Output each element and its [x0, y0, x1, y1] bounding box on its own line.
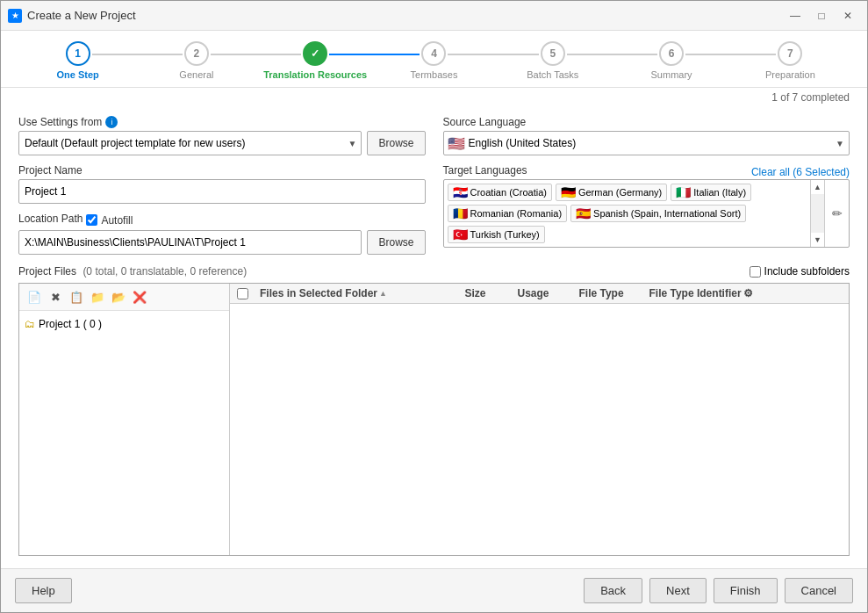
target-languages-grid: 🇭🇷Croatian (Croatia)🇩🇪German (Germany)🇮🇹… [444, 180, 811, 247]
file-tree-item[interactable]: 🗂 Project 1 ( 0 ) [25, 316, 224, 332]
lang-flag-0: 🇭🇷 [453, 185, 468, 199]
settings-select[interactable]: Default (Default project template for ne… [18, 131, 362, 155]
wizard-step-3[interactable]: ✓Translation Resources [256, 41, 375, 80]
lang-flag-2: 🇮🇹 [676, 185, 691, 199]
wizard-step-1[interactable]: 1One Step [18, 41, 137, 80]
target-languages-container: 🇭🇷Croatian (Croatia)🇩🇪German (Germany)🇮🇹… [443, 179, 850, 248]
col-usage-header: Usage [513, 287, 574, 299]
clear-all-link[interactable]: Clear all (6 Selected) [751, 166, 850, 178]
file-tree-content: 🗂 Project 1 ( 0 ) [19, 311, 229, 555]
file-tree-panel: 📄 ✖ 📋 📁 📂 ❌ 🗂 Project 1 ( 0 ) [19, 284, 230, 555]
include-subfolders-checkbox[interactable] [750, 266, 761, 278]
step-circle-5: 5 [541, 41, 565, 66]
remove-file-button[interactable]: ✖ [46, 287, 65, 306]
scroll-track [811, 194, 824, 233]
lang-tag-5[interactable]: 🇹🇷Turkish (Turkey) [448, 226, 545, 243]
step-label-1: One Step [56, 69, 98, 80]
wizard-step-7[interactable]: 7Preparation [731, 41, 850, 80]
edit-languages-button[interactable]: ✏ [824, 180, 849, 247]
source-language-label: Source Language [443, 116, 850, 128]
maximize-button[interactable]: □ [809, 6, 834, 25]
location-row: Location Path Autofill [18, 213, 426, 227]
location-input-row: Browse [18, 230, 426, 255]
lang-name-2: Italian (Italy) [693, 187, 746, 198]
back-button[interactable]: Back [584, 578, 642, 603]
bottom-bar: Help Back Next Finish Cancel [1, 568, 867, 612]
settings-browse-button[interactable]: Browse [367, 131, 425, 155]
step-label-3: Translation Resources [263, 69, 367, 80]
col-identifier-header: File Type Identifier ⚙ [644, 287, 850, 299]
copy-file-button[interactable]: 📋 [67, 287, 86, 306]
left-column: Use Settings from i Default (Default pro… [18, 116, 426, 255]
title-bar: ★ Create a New Project — □ ✕ [1, 1, 867, 31]
scroll-up-button[interactable]: ▲ [811, 180, 824, 194]
add-folder-button[interactable]: 📂 [109, 287, 128, 306]
step-circle-1: 1 [66, 41, 90, 66]
files-area: 📄 ✖ 📋 📁 📂 ❌ 🗂 Project 1 ( 0 ) [18, 283, 850, 556]
settings-icon[interactable]: ⚙ [743, 287, 753, 299]
source-language-select[interactable]: English (United States) [443, 131, 850, 155]
main-content: Use Settings from i Default (Default pro… [1, 104, 867, 568]
location-browse-button[interactable]: Browse [367, 230, 425, 255]
right-column: Source Language 🇺🇸 English (United State… [443, 116, 850, 255]
window-title: Create a New Project [27, 9, 783, 22]
new-file-button[interactable]: 📄 [25, 287, 44, 306]
step-circle-2: 2 [184, 41, 209, 66]
settings-label: Use Settings from i [18, 116, 426, 128]
step-circle-3: ✓ [303, 41, 327, 66]
lang-tag-1[interactable]: 🇩🇪German (Germany) [556, 184, 667, 201]
source-language-wrapper: 🇺🇸 English (United States) ▼ [443, 131, 850, 155]
col-name-header: Files in Selected Folder ▲ [255, 287, 460, 299]
finish-button[interactable]: Finish [714, 578, 778, 603]
lang-name-3: Romanian (Romania) [470, 208, 563, 219]
cancel-button[interactable]: Cancel [785, 578, 853, 603]
autofill-checkbox[interactable] [86, 214, 97, 226]
target-languages-field: Target Languages Clear all (6 Selected) … [443, 164, 850, 248]
lang-name-4: Spanish (Spain, International Sort) [593, 208, 741, 219]
progress-text: 1 of 7 completed [1, 88, 867, 104]
wizard-step-2[interactable]: 2General [137, 41, 255, 80]
close-button[interactable]: ✕ [836, 6, 860, 25]
include-subfolders-field: Include subfolders [750, 265, 850, 278]
lang-flag-1: 🇩🇪 [561, 185, 576, 199]
lang-tag-3[interactable]: 🇷🇴Romanian (Romania) [448, 205, 568, 222]
top-section: Use Settings from i Default (Default pro… [18, 116, 850, 255]
delete-button[interactable]: ❌ [130, 287, 149, 306]
lang-tag-2[interactable]: 🇮🇹Italian (Italy) [671, 184, 751, 201]
step-label-7: Preparation [765, 69, 815, 80]
lang-flag-3: 🇷🇴 [453, 206, 468, 220]
lang-name-0: Croatian (Croatia) [470, 187, 547, 198]
settings-info-icon[interactable]: i [105, 116, 118, 128]
wizard-steps: 1One Step2General✓Translation Resources4… [1, 31, 867, 88]
lang-tag-0[interactable]: 🇭🇷Croatian (Croatia) [448, 184, 552, 201]
settings-field: Use Settings from i Default (Default pro… [18, 116, 426, 155]
col-size-header: Size [460, 287, 513, 299]
location-path-field: Location Path Autofill Browse [18, 213, 426, 255]
step-label-4: Termbases [411, 69, 458, 80]
bottom-bar-left: Help [15, 578, 584, 603]
wizard-step-5[interactable]: 5Batch Tasks [493, 41, 612, 80]
scroll-down-button[interactable]: ▼ [811, 233, 824, 247]
location-path-input[interactable] [18, 230, 362, 255]
minimize-button[interactable]: — [783, 6, 807, 25]
lang-name-5: Turkish (Turkey) [470, 229, 540, 240]
file-toolbar: 📄 ✖ 📋 📁 📂 ❌ [19, 284, 229, 311]
help-button[interactable]: Help [15, 578, 72, 603]
wizard-step-4[interactable]: 4Termbases [375, 41, 493, 80]
source-language-field: Source Language 🇺🇸 English (United State… [443, 116, 850, 155]
wizard-step-6[interactable]: 6Summary [612, 41, 730, 80]
folder-button[interactable]: 📁 [88, 287, 107, 306]
main-window: ★ Create a New Project — □ ✕ 1One Step2G… [0, 0, 868, 613]
project-name-label: Project Name [18, 164, 426, 177]
files-main-panel: Files in Selected Folder ▲ Size Usage Fi… [230, 284, 849, 555]
name-sort-icon: ▲ [379, 289, 387, 298]
app-icon: ★ [8, 9, 22, 23]
lang-tag-4[interactable]: 🇪🇸Spanish (Spain, International Sort) [570, 205, 746, 222]
step-circle-4: 4 [421, 41, 446, 66]
next-button[interactable]: Next [649, 578, 707, 603]
project-name-input[interactable] [18, 179, 426, 204]
lang-flag-5: 🇹🇷 [453, 227, 468, 242]
select-all-checkbox[interactable] [237, 288, 248, 299]
autofill-label[interactable]: Autofill [86, 214, 133, 227]
settings-select-wrapper: Default (Default project template for ne… [18, 131, 362, 155]
